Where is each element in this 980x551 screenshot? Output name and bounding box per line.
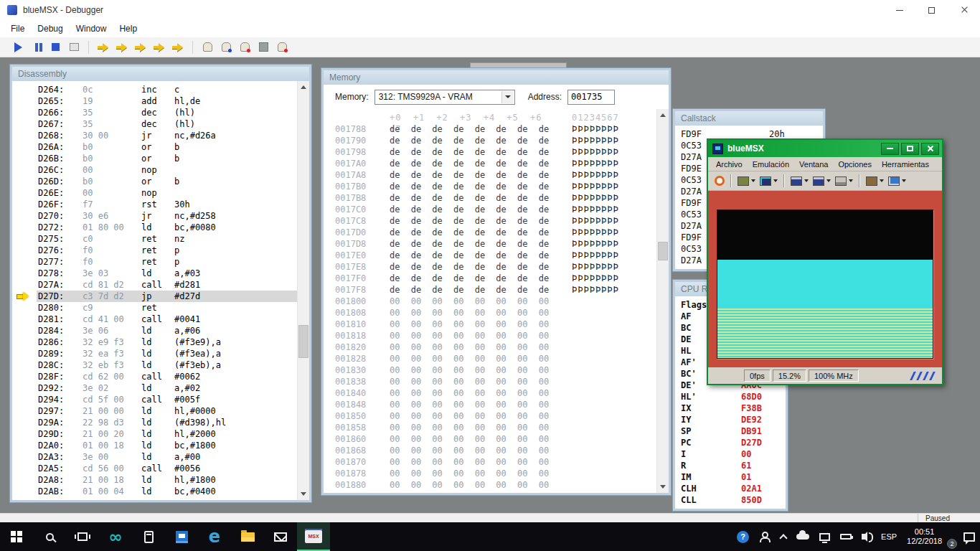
callstack-titlebar[interactable]: Callstack (675, 111, 823, 126)
disassembly-line[interactable]: D26B: b0 or b (12, 153, 309, 164)
register-row[interactable]: IM 01 (675, 471, 786, 483)
disassembly-line[interactable]: D2A0: 01 00 18 ld bc,#1800 (12, 440, 309, 451)
disassembly-line[interactable]: D29A: 22 98 d3 ld (#d398),hl (12, 417, 309, 428)
step-over-button[interactable] (113, 39, 131, 56)
memory-row[interactable]: 0017B0 de de de de de de de de ÞÞÞÞÞÞÞÞ (324, 181, 669, 192)
memory-row[interactable]: 001830 00 00 00 00 00 00 00 00 (324, 364, 669, 376)
memory-row[interactable]: 001838 00 00 00 00 00 00 00 00 (324, 376, 669, 387)
run-to-cursor-button[interactable] (169, 39, 187, 56)
power-button[interactable] (712, 174, 727, 187)
battery-tray-button[interactable] (835, 522, 857, 551)
emulator-menu-item[interactable]: Emulación (748, 160, 794, 169)
pinned-app-calculator[interactable] (132, 522, 165, 551)
memory-scrollbar[interactable] (656, 109, 669, 493)
disassembly-line[interactable]: D26C: 00 nop (12, 164, 309, 176)
disassembly-line[interactable]: D29D: 21 00 20 ld hl,#2000 (12, 428, 309, 440)
scroll-up-button[interactable] (298, 81, 309, 93)
disassembly-line[interactable]: D27A: cd 81 d2 call #d281 (12, 279, 309, 291)
disassembly-line[interactable]: D26A: b0 or b (12, 141, 309, 153)
run-hand-button[interactable] (273, 39, 291, 56)
memory-row[interactable]: 001878 00 00 00 00 00 00 00 00 (324, 468, 669, 479)
step-into-button[interactable] (94, 39, 113, 56)
taskbar-app-bluemsx[interactable]: MSX (297, 522, 330, 551)
disassembly-line[interactable]: D270: 30 e6 jr nc,#d258 (12, 210, 309, 222)
help-tray-button[interactable] (732, 522, 754, 551)
register-row[interactable]: IX F38B (675, 402, 786, 414)
show-pc-button[interactable] (65, 39, 83, 56)
emulator-menu-item[interactable]: Opciones (833, 160, 876, 169)
disassembly-line[interactable]: D26D: b0 or b (12, 176, 309, 187)
register-row[interactable]: IY DE92 (675, 414, 786, 425)
memory-row[interactable]: 0017A8 de de de de de de de de ÞÞÞÞÞÞÞÞ (324, 169, 669, 181)
disassembly-line[interactable]: D2A3: 3e 00 ld a,#00 (12, 451, 309, 463)
disassembly-line[interactable]: D292: 3e 02 ld a,#02 (12, 382, 309, 394)
memory-row[interactable]: 0017A0 de de de de de de de de ÞÞÞÞÞÞÞÞ (324, 158, 669, 169)
disassembly-line[interactable]: D272: 01 80 00 ld bc,#0080 (12, 222, 309, 233)
dropdown-arrow-icon[interactable] (751, 179, 755, 182)
disassembly-line[interactable]: D289: 32 ea f3 ld (#f3ea),a (12, 348, 309, 359)
watchpoint-button[interactable] (217, 39, 235, 56)
memory-titlebar[interactable]: Memory (324, 70, 669, 85)
volume-tray-button[interactable] (857, 522, 876, 551)
disassembly-line[interactable]: D26F: f7 rst 30h (12, 199, 309, 210)
disassembly-scrollbar[interactable] (297, 81, 309, 500)
disassembly-line[interactable]: D280: c9 ret (12, 302, 309, 314)
input-devices-button[interactable] (864, 175, 886, 187)
emulator-close-button[interactable] (921, 143, 939, 155)
emulator-minimize-button[interactable] (881, 143, 899, 155)
io-breakpoint-button[interactable] (235, 39, 254, 56)
printer-button[interactable] (833, 175, 855, 187)
scroll-up-button[interactable] (657, 109, 669, 121)
disassembly-line[interactable]: D265: 19 add hl,de (12, 95, 309, 107)
register-row[interactable]: R 61 (675, 460, 786, 471)
memory-row[interactable]: 0017E8 de de de de de de de de ÞÞÞÞÞÞÞÞ (324, 261, 669, 273)
scrollbar-thumb[interactable] (298, 325, 308, 358)
minimize-button[interactable] (883, 0, 915, 20)
disassembly-line[interactable]: D297: 21 00 00 ld hl,#0000 (12, 405, 309, 417)
stop-button[interactable] (46, 39, 65, 56)
network-tray-button[interactable] (814, 522, 835, 551)
memory-row[interactable]: 001810 00 00 00 00 00 00 00 00 (324, 319, 669, 330)
emulator-menu-item[interactable]: Archivo (711, 160, 748, 169)
maximize-button[interactable] (915, 0, 948, 20)
memory-row[interactable]: 001880 00 00 00 00 00 00 00 00 (324, 479, 669, 491)
disassembly-titlebar[interactable]: Disassembly (12, 67, 309, 81)
disassembly-line[interactable]: D264: 0c inc c (12, 84, 309, 95)
disassembly-line[interactable]: D267: 35 dec (hl) (12, 118, 309, 130)
dropdown-arrow-icon[interactable] (826, 179, 831, 182)
pinned-app-infinity[interactable]: ∞ (99, 522, 132, 551)
disassembly-line[interactable]: D2A5: cd 56 00 call #0056 (12, 463, 309, 474)
memory-source-dropdown[interactable]: 312: TMS9929A - VRAM (374, 90, 515, 105)
memory-row[interactable]: 0017C0 de de de de de de de de ÞÞÞÞÞÞÞÞ (324, 204, 669, 215)
disassembly-line[interactable]: D294: cd 5f 00 call #005f (12, 394, 309, 405)
disassembly-line[interactable]: D28C: 32 eb f3 ld (#f3eb),a (12, 359, 309, 371)
emulator-menu-item[interactable]: Ventana (794, 160, 833, 169)
disassembly-line[interactable]: D2AB: 01 00 04 ld bc,#0400 (12, 486, 309, 497)
dropdown-arrow-icon[interactable] (804, 179, 809, 182)
action-center-button[interactable] (958, 522, 980, 551)
run-button[interactable] (9, 39, 27, 56)
disassembly-line[interactable]: D266: 35 dec (hl) (12, 107, 309, 118)
scroll-down-button[interactable] (298, 488, 309, 500)
search-button[interactable] (33, 522, 66, 551)
disassembly-line[interactable]: D277: f0 ret p (12, 256, 309, 268)
disassembly-line[interactable]: D281: cd 41 00 call #0041 (12, 314, 309, 325)
close-button[interactable] (948, 0, 980, 20)
show-hidden-icons-button[interactable] (776, 522, 791, 551)
memory-row[interactable]: 001850 00 00 00 00 00 00 00 00 (324, 410, 669, 422)
memory-row[interactable]: 001798 de de de de de de de de ÞÞÞÞÞÞÞÞ (324, 146, 669, 158)
address-input[interactable] (567, 90, 615, 105)
register-row[interactable]: CLH 02A1 (675, 483, 786, 494)
menu-item[interactable]: Window (70, 24, 113, 34)
memory-row[interactable]: 001828 00 00 00 00 00 00 00 00 (324, 353, 669, 364)
dropdown-arrow-icon[interactable] (880, 179, 884, 182)
memory-row[interactable]: 001818 00 00 00 00 00 00 00 00 (324, 330, 669, 342)
disassembly-line[interactable]: D27D: c3 7d d2 jp #d27d (12, 291, 309, 302)
screen-capture-button[interactable] (886, 175, 908, 187)
disassembly-line[interactable]: D2A8: 21 00 18 ld hl,#1800 (12, 474, 309, 486)
pinned-app-file-explorer[interactable] (231, 522, 264, 551)
register-row[interactable]: I 00 (675, 448, 786, 460)
register-row[interactable]: CLL 850D (675, 494, 786, 506)
dropdown-arrow-icon[interactable] (501, 91, 514, 103)
memory-row[interactable]: 0017D0 de de de de de de de de ÞÞÞÞÞÞÞÞ (324, 227, 669, 238)
